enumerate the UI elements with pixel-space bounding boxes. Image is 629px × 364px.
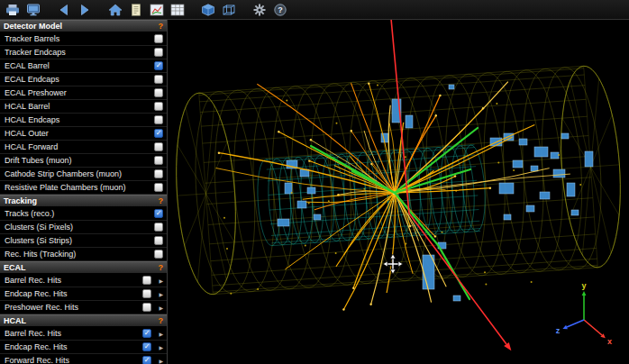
display-settings-button[interactable] <box>24 2 42 18</box>
checkbox-hcal-outer[interactable]: ✓ <box>154 129 163 138</box>
checkbox-ecal-barrel[interactable]: ✓ <box>154 61 163 70</box>
help-button[interactable]: ? <box>271 2 289 18</box>
item-label: ECAL Barrel <box>5 61 154 70</box>
checkbox-forward-rec-hits[interactable]: ✓ <box>142 356 151 364</box>
tree-item-tracker-barrels[interactable]: Tracker Barrels <box>0 32 167 46</box>
section-header-ecal: ECAL? <box>0 261 167 274</box>
sidebar-tree: Detector Model?Tracker BarrelsTracker En… <box>0 20 168 364</box>
tree-item-cathode-strip-chambers-muon[interactable]: Cathode Strip Chambers (muon) <box>0 168 167 181</box>
tree-item-hcal-endcaps[interactable]: HCAL Endcaps <box>0 114 167 127</box>
cube-icon <box>201 4 215 16</box>
question-icon: ? <box>273 4 287 16</box>
checkbox-barrel-rec-hits[interactable] <box>142 276 151 285</box>
section-title: HCAL <box>4 316 26 325</box>
checkbox-tracker-endcaps[interactable] <box>154 48 163 57</box>
item-label: Tracks (reco.) <box>5 209 154 218</box>
checkbox-hcal-barrel[interactable] <box>154 102 163 111</box>
submenu-arrow-icon[interactable]: ▶ <box>155 344 163 350</box>
tree-item-barrel-rec-hits[interactable]: Barrel Rec. Hits✓▶ <box>0 327 167 341</box>
arrow-left-icon <box>57 4 71 16</box>
checkbox-endcap-rec-hits[interactable]: ✓ <box>142 342 151 351</box>
item-label: Endcap Rec. Hits <box>5 289 142 298</box>
next-event-button[interactable] <box>76 2 94 18</box>
submenu-arrow-icon[interactable]: ▶ <box>155 358 163 364</box>
item-label: HCAL Endcaps <box>5 115 154 124</box>
table-view-button[interactable] <box>169 2 187 18</box>
arrow-right-icon <box>77 4 92 16</box>
item-label: Tracker Barrels <box>5 34 154 43</box>
item-label: Barrel Rec. Hits <box>5 276 142 285</box>
checkbox-hcal-endcaps[interactable] <box>154 115 163 124</box>
document-icon <box>129 4 143 16</box>
tree-item-preshower-rec-hits[interactable]: Preshower Rec. Hits▶ <box>0 301 167 314</box>
ispy-event-display: ? Detector Model?Tracker BarrelsTracker … <box>0 0 629 364</box>
checkbox-rec-hits-tracking[interactable] <box>154 250 163 259</box>
item-label: Drift Tubes (muon) <box>5 156 154 165</box>
tree-item-tracker-endcaps[interactable]: Tracker Endcaps <box>0 46 167 59</box>
printer-icon <box>5 4 20 16</box>
item-label: Clusters (Si Pixels) <box>5 223 154 232</box>
orthographic-view-button[interactable] <box>220 2 238 18</box>
home-view-button[interactable] <box>106 2 124 18</box>
3d-viewport[interactable]: xyz <box>168 20 629 364</box>
tree-item-barrel-rec-hits[interactable]: Barrel Rec. Hits▶ <box>0 274 167 287</box>
checkbox-ecal-endcaps[interactable] <box>154 75 163 84</box>
submenu-arrow-icon[interactable]: ▶ <box>155 278 163 284</box>
submenu-arrow-icon[interactable]: ▶ <box>155 305 163 311</box>
perspective-view-button[interactable] <box>199 2 217 18</box>
axis-label-z: z <box>556 326 561 335</box>
checkbox-hcal-forward[interactable] <box>154 142 163 151</box>
settings-button[interactable] <box>251 2 269 18</box>
tree-item-ecal-barrel[interactable]: ECAL Barrel✓ <box>0 59 167 73</box>
item-label: Clusters (Si Strips) <box>5 236 154 245</box>
tree-item-endcap-rec-hits[interactable]: Endcap Rec. Hits✓▶ <box>0 341 167 354</box>
toolbar: ? <box>0 0 629 20</box>
checkbox-clusters-si-pixels[interactable] <box>154 223 163 232</box>
checkbox-tracker-barrels[interactable] <box>154 34 163 43</box>
section-help-icon[interactable]: ? <box>159 22 164 31</box>
checkbox-tracks-reco[interactable]: ✓ <box>154 209 163 218</box>
checkbox-ecal-preshower[interactable] <box>154 88 163 97</box>
tree-item-forward-rec-hits[interactable]: Forward Rec. Hits✓▶ <box>0 354 167 364</box>
tree-item-tracks-reco[interactable]: Tracks (reco.)✓ <box>0 207 167 221</box>
checkbox-clusters-si-strips[interactable] <box>154 236 163 245</box>
section-help-icon[interactable]: ? <box>159 263 164 272</box>
tree-item-endcap-rec-hits[interactable]: Endcap Rec. Hits▶ <box>0 287 167 301</box>
item-label: Forward Rec. Hits <box>5 356 142 364</box>
item-label: Barrel Rec. Hits <box>5 329 142 338</box>
screenshot-button[interactable] <box>4 2 22 18</box>
checkbox-resistive-plate-chambers-muon[interactable] <box>154 183 163 192</box>
section-help-icon[interactable]: ? <box>159 316 164 325</box>
checkbox-drift-tubes-muon[interactable] <box>154 156 163 165</box>
submenu-arrow-icon[interactable]: ▶ <box>155 291 163 297</box>
checkbox-preshower-rec-hits[interactable] <box>142 303 151 312</box>
tree-item-ecal-preshower[interactable]: ECAL Preshower <box>0 86 167 100</box>
section-header-hcal: HCAL? <box>0 314 167 327</box>
tree-item-drift-tubes-muon[interactable]: Drift Tubes (muon) <box>0 154 167 168</box>
tree-item-rec-hits-tracking[interactable]: Rec. Hits (Tracking) <box>0 248 167 261</box>
tree-item-hcal-barrel[interactable]: HCAL Barrel <box>0 100 167 114</box>
section-title: Tracking <box>4 196 37 205</box>
tree-item-clusters-si-pixels[interactable]: Clusters (Si Pixels) <box>0 221 167 234</box>
section-title: Detector Model <box>4 22 62 31</box>
item-label: ECAL Preshower <box>5 88 154 97</box>
tree-item-hcal-outer[interactable]: HCAL Outer✓ <box>0 127 167 141</box>
tree-item-ecal-endcaps[interactable]: ECAL Endcaps <box>0 73 167 86</box>
monitor-icon <box>26 4 41 16</box>
tree-item-clusters-si-strips[interactable]: Clusters (Si Strips) <box>0 234 167 248</box>
home-icon <box>108 4 123 16</box>
item-label: Tracker Endcaps <box>5 48 154 57</box>
gear-icon <box>252 4 267 16</box>
previous-event-button[interactable] <box>55 2 73 18</box>
section-help-icon[interactable]: ? <box>159 196 164 205</box>
event-scene[interactable]: xyz <box>168 20 629 364</box>
event-info-button[interactable] <box>127 2 145 18</box>
tree-item-resistive-plate-chambers-muon[interactable]: Resistive Plate Chambers (muon) <box>0 181 167 195</box>
tree-item-hcal-forward[interactable]: HCAL Forward <box>0 141 167 154</box>
chart-icon <box>150 4 164 16</box>
submenu-arrow-icon[interactable]: ▶ <box>155 331 163 337</box>
checkbox-barrel-rec-hits[interactable]: ✓ <box>142 329 151 338</box>
checkbox-cathode-strip-chambers-muon[interactable] <box>154 169 163 178</box>
checkbox-endcap-rec-hits[interactable] <box>142 289 151 298</box>
plot-view-button[interactable] <box>148 2 166 18</box>
